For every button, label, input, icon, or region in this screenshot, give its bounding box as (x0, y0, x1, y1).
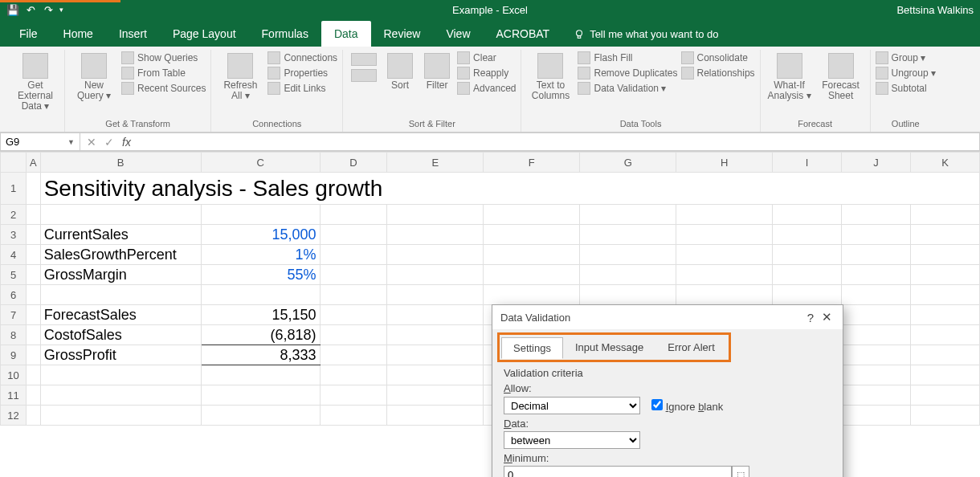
tab-data[interactable]: Data (321, 21, 371, 47)
cell-K9[interactable] (910, 345, 979, 365)
remove-duplicates-button[interactable]: Remove Duplicates (578, 67, 677, 80)
cell-D5[interactable] (320, 265, 387, 285)
cell-J7[interactable] (842, 305, 911, 325)
cell-J10[interactable] (842, 365, 911, 385)
sort-az-button[interactable] (348, 51, 380, 84)
cell-B11[interactable] (40, 385, 201, 406)
name-box-dropdown-icon[interactable]: ▼ (67, 138, 75, 146)
minimum-input[interactable] (504, 466, 732, 477)
cell-K6[interactable] (910, 285, 979, 305)
cell-E8[interactable] (387, 325, 484, 345)
tab-insert[interactable]: Insert (106, 21, 160, 47)
sheet-title[interactable]: Sensitivity analysis - Sales growth (40, 173, 979, 205)
cell-C9[interactable]: 8,333 (201, 345, 320, 365)
group-rows-button[interactable]: Group ▾ (876, 51, 936, 64)
ungroup-button[interactable]: Ungroup ▾ (876, 67, 936, 80)
worksheet-grid[interactable]: ABCDEFGHIJK1Sensitivity analysis - Sales… (0, 152, 980, 477)
cell-C11[interactable] (201, 385, 320, 406)
cell-K7[interactable] (910, 305, 979, 325)
show-queries-button[interactable]: Show Queries (121, 51, 206, 64)
save-icon[interactable]: 💾 (6, 4, 19, 16)
cell-D7[interactable] (320, 305, 387, 325)
cell-B12[interactable] (40, 406, 201, 426)
col-header-G[interactable]: G (580, 153, 676, 173)
cell-H2[interactable] (676, 205, 773, 225)
formula-cancel-icon[interactable]: ✕ (87, 136, 96, 149)
cell-K12[interactable] (910, 406, 979, 426)
cell-A8[interactable] (26, 325, 40, 345)
dialog-tab-settings[interactable]: Settings (501, 337, 563, 359)
cell-I5[interactable] (773, 265, 842, 285)
cell-D8[interactable] (320, 325, 387, 345)
formula-input[interactable] (137, 132, 980, 151)
cell-C12[interactable] (201, 406, 320, 426)
cell-I3[interactable] (773, 225, 842, 245)
col-header-H[interactable]: H (676, 153, 773, 173)
cell-J3[interactable] (842, 225, 911, 245)
cell-K4[interactable] (910, 245, 979, 265)
cell-E2[interactable] (387, 205, 484, 225)
row-header-7[interactable]: 7 (1, 305, 27, 325)
tab-home[interactable]: Home (51, 21, 106, 47)
cell-G3[interactable] (580, 225, 676, 245)
data-select[interactable]: between (504, 431, 640, 449)
dialog-title-bar[interactable]: Data Validation ? ✕ (492, 305, 843, 329)
cell-J11[interactable] (842, 385, 911, 406)
from-table-button[interactable]: From Table (121, 67, 206, 80)
col-header-D[interactable]: D (320, 153, 387, 173)
dialog-tab-input-message[interactable]: Input Message (563, 336, 655, 358)
cell-H4[interactable] (676, 245, 773, 265)
row-header-11[interactable]: 11 (1, 385, 27, 406)
new-query-button[interactable]: New Query ▾ (70, 51, 118, 103)
undo-icon[interactable]: ↶ (24, 3, 37, 16)
row-header-9[interactable]: 9 (1, 345, 27, 365)
col-header-B[interactable]: B (40, 153, 201, 173)
cell-E12[interactable] (387, 406, 484, 426)
tab-view[interactable]: View (433, 21, 483, 47)
properties-button[interactable]: Properties (267, 67, 337, 80)
cell-D3[interactable] (320, 225, 387, 245)
formula-accept-icon[interactable]: ✓ (104, 136, 114, 149)
tab-acrobat[interactable]: ACROBAT (484, 21, 563, 47)
cell-B10[interactable] (40, 365, 201, 385)
row-header-3[interactable]: 3 (1, 225, 27, 245)
row-header-1[interactable]: 1 (1, 173, 27, 205)
cell-A12[interactable] (26, 406, 40, 426)
reapply-button[interactable]: Reapply (457, 67, 516, 80)
cell-C4[interactable]: 1% (201, 245, 320, 265)
cell-I4[interactable] (773, 245, 842, 265)
cell-A5[interactable] (26, 265, 40, 285)
cell-C8[interactable]: (6,818) (201, 325, 320, 345)
cell-F2[interactable] (484, 205, 580, 225)
cell-H5[interactable] (676, 265, 773, 285)
cell-C10[interactable] (201, 365, 320, 385)
cell-B4[interactable]: SalesGrowthPercent (40, 245, 201, 265)
row-header-2[interactable]: 2 (1, 205, 27, 225)
cell-G4[interactable] (580, 245, 676, 265)
insert-function-icon[interactable]: fx (122, 136, 131, 149)
col-header-E[interactable]: E (387, 153, 484, 173)
col-header-A[interactable]: A (26, 153, 40, 173)
cell-J2[interactable] (842, 205, 911, 225)
cell-D4[interactable] (320, 245, 387, 265)
cell-J4[interactable] (842, 245, 911, 265)
cell-I6[interactable] (773, 285, 842, 305)
cell-G5[interactable] (580, 265, 676, 285)
cell-E7[interactable] (387, 305, 484, 325)
cell-J8[interactable] (842, 325, 911, 345)
row-header-12[interactable]: 12 (1, 406, 27, 426)
cell-I2[interactable] (773, 205, 842, 225)
cell-A7[interactable] (26, 305, 40, 325)
cell-A2[interactable] (26, 205, 40, 225)
cell-K10[interactable] (910, 365, 979, 385)
cell-A11[interactable] (26, 385, 40, 406)
tab-review[interactable]: Review (371, 21, 434, 47)
name-box[interactable]: G9 ▼ (0, 132, 80, 151)
relationships-button[interactable]: Relationships (681, 67, 755, 80)
cell-K2[interactable] (910, 205, 979, 225)
subtotal-button[interactable]: Subtotal (876, 82, 936, 95)
cell-C6[interactable] (201, 285, 320, 305)
connections-button[interactable]: Connections (267, 51, 337, 64)
cell-A9[interactable] (26, 345, 40, 365)
cell-F3[interactable] (484, 225, 580, 245)
